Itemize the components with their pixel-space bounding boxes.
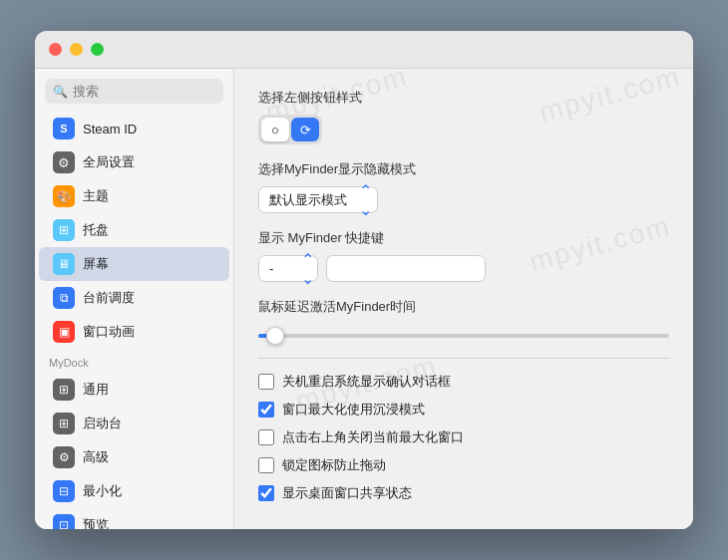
tray-icon: ⊞ bbox=[53, 219, 75, 241]
shortcut-label: 显示 MyFinder 快捷键 bbox=[258, 229, 669, 247]
steam-id-icon: S bbox=[53, 118, 75, 140]
partial-label-checkbox[interactable] bbox=[258, 485, 274, 501]
global-settings-icon: ⚙ bbox=[53, 151, 75, 173]
general-icon: ⊞ bbox=[53, 379, 75, 401]
slider-wrap bbox=[258, 324, 669, 342]
restart-confirm-label: 关机重启系统显示确认对话框 bbox=[282, 373, 451, 391]
sidebar-item-screen[interactable]: 🖥 屏幕 bbox=[39, 247, 229, 281]
toggle-group: ○ ⟳ bbox=[258, 115, 322, 144]
display-mode-label: 选择MyFinder显示隐藏模式 bbox=[258, 160, 669, 178]
checkbox-partial: 显示桌面窗口共享状态 bbox=[258, 484, 669, 502]
sidebar-item-label: 通用 bbox=[83, 381, 109, 399]
sidebar-item-tray[interactable]: ⊞ 托盘 bbox=[39, 213, 229, 247]
sidebar-item-preview[interactable]: ⊡ 预览 bbox=[39, 508, 229, 529]
main-content: mpyit.com mpyit.com mpyit.com mpyit.com … bbox=[234, 69, 693, 529]
restart-confirm-checkbox[interactable] bbox=[258, 374, 274, 390]
shortcut-row: - ⌘ ⌃ ⌥ ⌃⌄ bbox=[258, 255, 669, 282]
button-style-row: ○ ⟳ bbox=[258, 115, 669, 144]
sidebar-item-launchpad[interactable]: ⊞ 启动台 bbox=[39, 407, 229, 440]
sidebar-item-label: Steam ID bbox=[83, 122, 137, 137]
shortcut-select[interactable]: - ⌘ ⌃ ⌥ bbox=[258, 255, 318, 282]
checkbox-lock-icon: 锁定图标防止拖动 bbox=[258, 456, 669, 474]
lock-icon-label: 锁定图标防止拖动 bbox=[282, 456, 386, 474]
maximize-button[interactable] bbox=[91, 43, 104, 56]
checkbox-immersive: 窗口最大化使用沉浸模式 bbox=[258, 401, 669, 419]
content-area: 🔍 S Steam ID ⚙ 全局设置 🎨 主题 bbox=[35, 69, 693, 529]
sidebar-item-steam-id[interactable]: S Steam ID bbox=[39, 112, 229, 145]
sidebar-item-window-animation[interactable]: ▣ 窗口动画 bbox=[39, 315, 229, 349]
sidebar-item-global[interactable]: ⚙ 全局设置 bbox=[39, 145, 229, 179]
checkbox-restart: 关机重启系统显示确认对话框 bbox=[258, 373, 669, 391]
close-button[interactable] bbox=[49, 43, 62, 56]
sidebar: 🔍 S Steam ID ⚙ 全局设置 🎨 主题 bbox=[35, 69, 234, 529]
screen-icon: 🖥 bbox=[53, 253, 75, 275]
advanced-icon: ⚙ bbox=[53, 446, 75, 468]
sidebar-item-label: 窗口动画 bbox=[83, 323, 135, 341]
shortcut-key-input[interactable] bbox=[326, 255, 486, 282]
sidebar-item-label: 启动台 bbox=[83, 415, 122, 432]
search-input[interactable] bbox=[73, 84, 215, 99]
foreground-icon: ⧉ bbox=[53, 287, 75, 309]
sidebar-item-label: 主题 bbox=[83, 187, 109, 205]
toggle-circle-btn[interactable]: ○ bbox=[261, 118, 289, 141]
lock-icon-checkbox[interactable] bbox=[258, 457, 274, 473]
shortcut-select-wrap: - ⌘ ⌃ ⌥ ⌃⌄ bbox=[258, 255, 318, 282]
window-animation-icon: ▣ bbox=[53, 321, 75, 343]
sidebar-item-general[interactable]: ⊞ 通用 bbox=[39, 373, 229, 407]
search-box[interactable]: 🔍 bbox=[45, 79, 223, 104]
immersive-mode-checkbox[interactable] bbox=[258, 402, 274, 418]
top-right-close-checkbox[interactable] bbox=[258, 429, 274, 445]
sidebar-item-label: 高级 bbox=[83, 448, 109, 466]
checkbox-top-right-close: 点击右上角关闭当前最大化窗口 bbox=[258, 428, 669, 446]
settings-content: 选择左侧按钮样式 ○ ⟳ 选择MyFinder显示隐藏模式 默认显示模式 自动隐… bbox=[258, 89, 669, 502]
sidebar-item-label: 最小化 bbox=[83, 482, 122, 500]
preview-icon: ⊡ bbox=[53, 514, 75, 529]
sidebar-item-advanced[interactable]: ⚙ 高级 bbox=[39, 440, 229, 474]
sidebar-item-label: 屏幕 bbox=[83, 255, 109, 273]
sidebar-item-label: 台前调度 bbox=[83, 289, 135, 307]
button-style-label: 选择左侧按钮样式 bbox=[258, 89, 669, 107]
mouse-delay-slider[interactable] bbox=[258, 334, 669, 338]
mouse-delay-label: 鼠标延迟激活MyFinder时间 bbox=[258, 298, 669, 316]
sidebar-item-minimize[interactable]: ⊟ 最小化 bbox=[39, 474, 229, 508]
sidebar-item-label: 托盘 bbox=[83, 221, 109, 239]
immersive-mode-label: 窗口最大化使用沉浸模式 bbox=[282, 401, 425, 419]
display-mode-row: 默认显示模式 自动隐藏 始终显示 ⌃⌄ bbox=[258, 186, 669, 213]
display-mode-select-wrap: 默认显示模式 自动隐藏 始终显示 ⌃⌄ bbox=[258, 186, 378, 213]
main-window: 🔍 S Steam ID ⚙ 全局设置 🎨 主题 bbox=[35, 31, 693, 529]
theme-icon: 🎨 bbox=[53, 185, 75, 207]
titlebar bbox=[35, 31, 693, 69]
minimize-button[interactable] bbox=[70, 43, 83, 56]
top-right-close-label: 点击右上角关闭当前最大化窗口 bbox=[282, 428, 464, 446]
sidebar-item-foreground[interactable]: ⧉ 台前调度 bbox=[39, 281, 229, 315]
sidebar-item-label: 全局设置 bbox=[83, 153, 135, 171]
section-label-mydock: MyDock bbox=[35, 349, 233, 373]
minimize-icon: ⊟ bbox=[53, 480, 75, 502]
launchpad-icon: ⊞ bbox=[53, 413, 75, 434]
divider bbox=[258, 358, 669, 359]
sidebar-item-theme[interactable]: 🎨 主题 bbox=[39, 179, 229, 213]
search-icon: 🔍 bbox=[53, 85, 68, 99]
toggle-arrow-btn[interactable]: ⟳ bbox=[291, 118, 319, 141]
partial-label-text: 显示桌面窗口共享状态 bbox=[282, 484, 412, 502]
display-mode-select[interactable]: 默认显示模式 自动隐藏 始终显示 bbox=[258, 186, 378, 213]
sidebar-item-label: 预览 bbox=[83, 516, 109, 529]
